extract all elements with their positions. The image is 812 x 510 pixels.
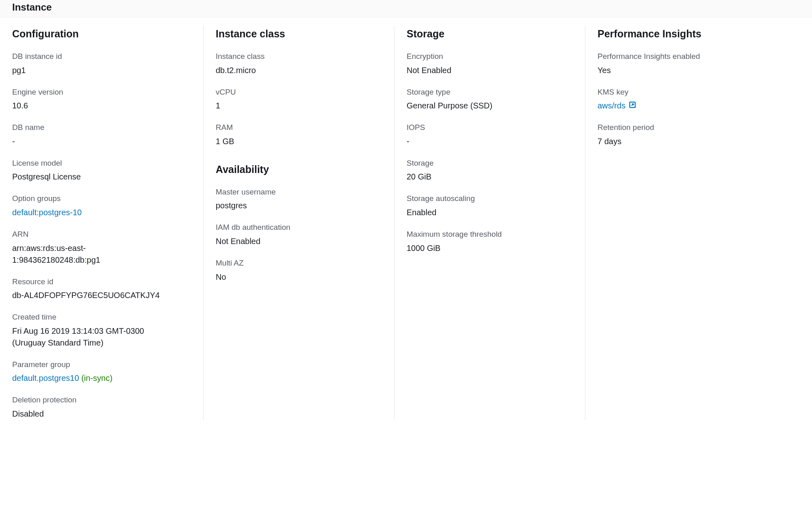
created-time-field: Created time Fri Aug 16 2019 13:14:03 GM…	[12, 312, 187, 349]
instance-class-heading: Instance class	[216, 28, 378, 40]
deletion-protection-field: Deletion protection Disabled	[12, 395, 187, 420]
arn-label: ARN	[12, 229, 187, 240]
panel-header: Instance	[0, 0, 812, 17]
vcpu-value: 1	[216, 100, 378, 112]
db-instance-id-field: DB instance id pg1	[12, 51, 187, 76]
master-username-field: Master username postgres	[216, 187, 378, 212]
resource-id-label: Resource id	[12, 277, 187, 287]
instance-class-label: Instance class	[216, 51, 378, 62]
license-model-label: License model	[12, 158, 187, 169]
performance-heading: Performance Insights	[598, 28, 760, 40]
storage-column: Storage Encryption Not Enabled Storage t…	[394, 26, 585, 420]
multi-az-value: No	[216, 271, 378, 283]
storage-size-label: Storage	[407, 158, 569, 169]
iam-db-auth-label: IAM db authentication	[216, 222, 378, 233]
performance-column: Performance Insights Performance Insight…	[585, 26, 776, 420]
db-instance-id-label: DB instance id	[12, 51, 187, 62]
vcpu-label: vCPU	[216, 87, 378, 98]
arn-field: ARN arn:aws:rds:us-east-1:984362180248:d…	[12, 229, 187, 266]
option-groups-field: Option groups default:postgres-10	[12, 193, 187, 218]
ram-label: RAM	[216, 122, 378, 133]
max-threshold-value: 1000 GiB	[407, 242, 569, 254]
arn-value: arn:aws:rds:us-east-1:984362180248:db:pg…	[12, 242, 126, 266]
db-instance-id-value: pg1	[12, 65, 187, 76]
ram-field: RAM 1 GB	[216, 122, 378, 147]
kms-key-text: aws/rds	[598, 100, 626, 112]
iam-db-auth-field: IAM db authentication Not Enabled	[216, 222, 378, 247]
license-model-value: Postgresql License	[12, 171, 187, 183]
master-username-value: postgres	[216, 200, 378, 212]
instance-class-value: db.t2.micro	[216, 65, 378, 76]
pi-enabled-label: Performance Insights enabled	[598, 51, 760, 62]
created-time-label: Created time	[12, 312, 187, 323]
pi-enabled-field: Performance Insights enabled Yes	[598, 51, 760, 76]
availability-heading: Availability	[216, 164, 378, 175]
encryption-value: Not Enabled	[407, 65, 569, 76]
resource-id-value: db-AL4DFOPFYPG76EC5UO6CATKJY4	[12, 290, 187, 301]
pi-enabled-value: Yes	[598, 65, 760, 76]
master-username-label: Master username	[216, 187, 378, 198]
configuration-column: Configuration DB instance id pg1 Engine …	[12, 26, 203, 420]
kms-key-label: KMS key	[598, 87, 760, 98]
engine-version-value: 10.6	[12, 100, 187, 112]
storage-autoscaling-value: Enabled	[407, 207, 569, 218]
max-threshold-field: Maximum storage threshold 1000 GiB	[407, 229, 569, 254]
engine-version-label: Engine version	[12, 87, 187, 98]
created-time-value: Fri Aug 16 2019 13:14:03 GMT-0300 (Urugu…	[12, 325, 167, 349]
configuration-heading: Configuration	[12, 28, 187, 40]
storage-type-field: Storage type General Purpose (SSD)	[407, 87, 569, 112]
storage-size-field: Storage 20 GiB	[407, 158, 569, 183]
retention-field: Retention period 7 days	[598, 122, 760, 147]
option-groups-label: Option groups	[12, 193, 187, 204]
iops-value: -	[407, 136, 569, 147]
parameter-group-link[interactable]: default.postgres10	[12, 374, 79, 382]
option-groups-link[interactable]: default:postgres-10	[12, 208, 82, 217]
retention-value: 7 days	[598, 136, 760, 147]
db-name-field: DB name -	[12, 122, 187, 147]
storage-type-label: Storage type	[407, 87, 569, 98]
storage-heading: Storage	[407, 28, 569, 40]
storage-type-value: General Purpose (SSD)	[407, 100, 569, 112]
max-threshold-label: Maximum storage threshold	[407, 229, 569, 240]
instance-class-field: Instance class db.t2.micro	[216, 51, 378, 76]
ram-value: 1 GB	[216, 136, 378, 147]
db-name-value: -	[12, 136, 187, 147]
storage-autoscaling-field: Storage autoscaling Enabled	[407, 193, 569, 218]
parameter-group-field: Parameter group default.postgres10 (in-s…	[12, 359, 187, 385]
vcpu-field: vCPU 1	[216, 87, 378, 112]
storage-autoscaling-label: Storage autoscaling	[407, 193, 569, 204]
iops-field: IOPS -	[407, 122, 569, 147]
instance-class-column: Instance class Instance class db.t2.micr…	[203, 26, 394, 420]
storage-size-value: 20 GiB	[407, 171, 569, 183]
parameter-group-status: (in-sync)	[81, 374, 113, 382]
deletion-protection-value: Disabled	[12, 408, 187, 420]
iam-db-auth-value: Not Enabled	[216, 236, 378, 247]
encryption-field: Encryption Not Enabled	[407, 51, 569, 76]
encryption-label: Encryption	[407, 51, 569, 62]
parameter-group-label: Parameter group	[12, 359, 187, 370]
db-name-label: DB name	[12, 122, 187, 133]
iops-label: IOPS	[407, 122, 569, 133]
deletion-protection-label: Deletion protection	[12, 395, 187, 406]
multi-az-label: Multi AZ	[216, 258, 378, 269]
resource-id-field: Resource id db-AL4DFOPFYPG76EC5UO6CATKJY…	[12, 277, 187, 302]
license-model-field: License model Postgresql License	[12, 158, 187, 183]
multi-az-field: Multi AZ No	[216, 258, 378, 283]
external-link-icon	[629, 100, 636, 112]
kms-key-field: KMS key aws/rds	[598, 87, 760, 112]
panel-title: Instance	[12, 0, 812, 13]
engine-version-field: Engine version 10.6	[12, 87, 187, 112]
kms-key-link[interactable]: aws/rds	[598, 100, 636, 112]
retention-label: Retention period	[598, 122, 760, 133]
